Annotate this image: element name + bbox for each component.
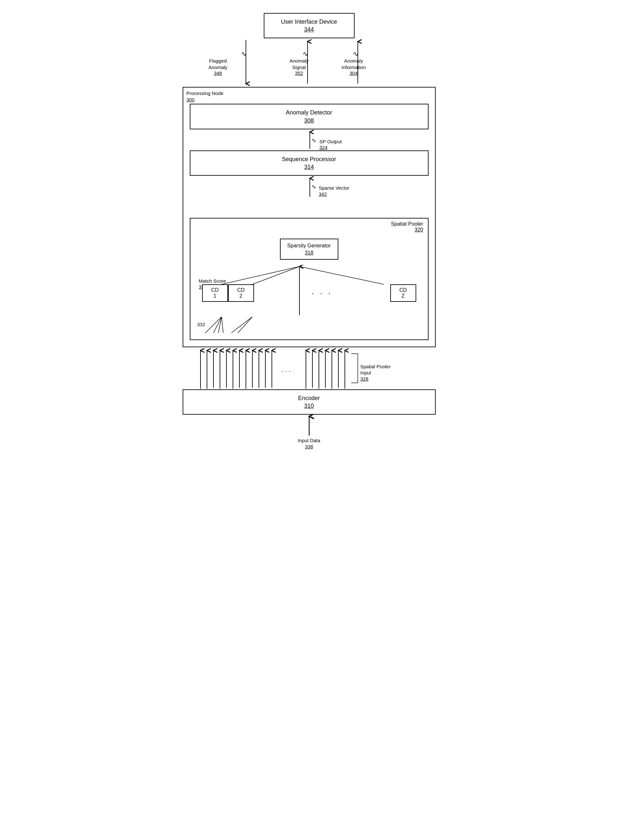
encoder-number: 310 [190,403,429,409]
sparse-vector-text: Sparse Vector [319,185,349,191]
cdz-label: CD Z [397,287,409,299]
input-data-text: Input Data [298,437,320,444]
cdz-box: CD Z [390,284,416,302]
sparsity-gen-label: Sparsity Generator [287,243,331,248]
sparse-vector-svg: ∿ [190,176,429,199]
svg-line-19 [238,317,253,333]
anomaly-signal-label: Anomaly Signal 352 [290,58,309,76]
spatial-pooler-text: Spatial Pooler [391,221,423,227]
encoder-box: Encoder 310 [183,390,436,415]
anomaly-detector-label: Anomaly Detector [286,109,332,116]
sp-input-label: Spatial Pooler Input 328 [360,363,391,382]
sparse-vector-label: Sparse Vector 342 [319,185,349,197]
svg-text:∿: ∿ [353,50,358,58]
sparsity-gen-box: Sparsity Generator 318 [280,239,338,260]
svg-line-13 [299,267,384,284]
processing-node-text: Processing Node [187,90,223,96]
sparse-vector-section: ∿ Sparse Vector 342 [190,176,429,199]
svg-line-15 [214,317,221,333]
processing-node-label: Processing Node 300 [187,90,223,103]
anomaly-detector-number: 308 [197,117,421,124]
anomaly-info-text: Anomaly Information [342,58,366,70]
svg-text:· · ·: · · · [282,367,291,375]
encoder-label: Encoder [298,395,320,401]
svg-text:∿: ∿ [303,50,308,58]
cd-bottom-svg [196,317,423,333]
svg-text:∿: ∿ [312,137,316,144]
svg-line-11 [221,267,299,284]
spatial-pooler-number: 320 [391,227,423,233]
input-arrows-section: · · · Spatial Pooler Inpu [183,347,436,390]
ref-332-label: 332 [197,321,205,327]
svg-text:∿: ∿ [312,184,316,190]
sp-output-number: 324 [319,145,342,150]
spatial-pooler-inner: Match Score 336 CD 1 CD 2 · · · CD Z [196,265,423,317]
svg-line-18 [231,317,253,333]
anomaly-info-label: Anomaly Information 304 [342,58,366,76]
anomaly-detector-box: Anomaly Detector 308 [190,104,429,129]
svg-line-14 [205,317,221,333]
svg-line-17 [221,317,223,333]
sp-input-text: Spatial Pooler Input [360,363,391,376]
anomaly-info-number: 304 [342,70,366,76]
sp-input-number: 328 [360,376,391,382]
cd2-box: CD 2 [228,284,254,302]
sequence-processor-label: Sequence Processor [282,156,336,162]
anomaly-signal-text: Anomaly Signal [290,58,309,70]
uid-box: User Interface Device 344 [264,13,355,38]
svg-text:∿: ∿ [241,50,247,58]
cd-bottom-arrows: 332 [196,317,423,333]
sparsity-gen-container: Sparsity Generator 318 [196,226,423,265]
uid-number: 344 [271,26,348,33]
input-arrows-svg: · · · [183,347,436,390]
match-score-text: Match Score [199,278,226,284]
sp-output-text: SP Output [319,138,342,145]
cd1-box: CD 1 [202,284,228,302]
spatial-pooler-label: Spatial Pooler 320 [391,221,423,233]
cd-row: CD 1 CD 2 · · · CD Z [202,284,416,302]
cd1-label: CD 1 [209,287,221,299]
processing-node-number: 300 [187,96,223,103]
flagged-anomaly-text: Flagged Anomaly [209,58,227,70]
spatial-pooler-box: Spatial Pooler 320 Sparsity Generator 31… [190,218,429,340]
flagged-anomaly-number: 348 [209,70,227,76]
flagged-anomaly-label: Flagged Anomaly 348 [209,58,227,76]
processing-node-box: Processing Node 300 Anomaly Detector 308… [183,87,436,347]
anomaly-signal-number: 352 [290,70,309,76]
input-data-arrow-svg [183,415,436,437]
cd-dots: · · · [254,289,390,298]
input-data-arrow-section [183,415,436,437]
sp-output-section: ∿ SP Output 324 [190,129,429,150]
diagram-container: User Interface Device 344 [170,13,449,449]
sp-output-svg: ∿ [190,129,429,150]
input-data-number: 338 [298,444,320,449]
cd2-label: CD 2 [235,287,247,299]
sequence-processor-number: 314 [197,164,421,170]
uid-label: User Interface Device [281,18,337,25]
input-data-label: Input Data 338 [298,437,320,449]
sp-output-label: SP Output 324 [319,138,342,150]
sparsity-gen-number: 318 [285,250,334,256]
sequence-processor-box: Sequence Processor 314 [190,150,429,176]
sparse-vector-number: 342 [319,191,349,197]
